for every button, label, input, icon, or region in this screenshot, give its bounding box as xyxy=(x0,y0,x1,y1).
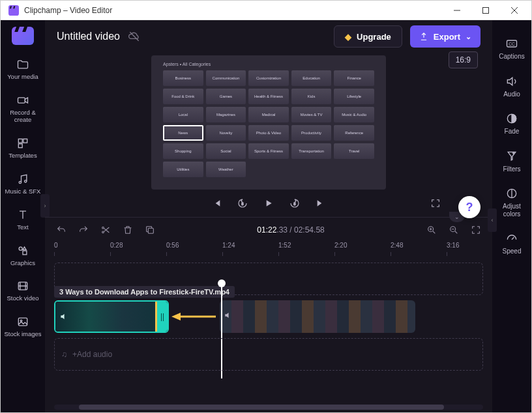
ruler-tick: 2:48 xyxy=(391,242,403,249)
split-button[interactable] xyxy=(98,223,113,237)
ruler-tick: 0:56 xyxy=(166,242,179,249)
ruler-tick: 0 xyxy=(54,242,58,249)
clip-trim-handle[interactable]: || xyxy=(157,302,168,332)
skip-start-button[interactable] xyxy=(208,195,225,212)
sidebar-item-label: Adjust colors xyxy=(494,203,529,218)
sidebar-item-adjust-colors[interactable]: Adjust colors xyxy=(494,182,529,223)
preview-category-tile: Food & Drink xyxy=(163,89,203,104)
right-panel-expand-handle[interactable]: ‹ xyxy=(488,208,497,232)
rewind-5s-button[interactable]: 5 xyxy=(234,195,251,212)
center-pane: Untitled video ◆ Upgrade Export ⌄ 16:9 A… xyxy=(45,20,492,412)
video-clip-a[interactable]: || xyxy=(54,300,169,333)
folder-icon xyxy=(16,58,29,71)
ruler-tick: 0:28 xyxy=(110,242,123,249)
track-row-audio[interactable]: ♫ + Add audio xyxy=(54,338,483,371)
text-icon xyxy=(16,208,29,221)
sidebar-item-stock-images[interactable]: Stock images xyxy=(3,310,42,343)
project-title[interactable]: Untitled video xyxy=(57,31,120,42)
sidebar-item-filters[interactable]: Filters xyxy=(494,145,529,178)
sidebar-item-label: Text xyxy=(17,224,28,231)
maximize-button[interactable] xyxy=(471,1,500,20)
play-button[interactable] xyxy=(260,195,277,212)
zoom-out-button[interactable] xyxy=(447,223,461,237)
clip-thumbnail xyxy=(220,300,415,333)
sidebar-item-label: Captions xyxy=(499,53,524,61)
sidebar-item-text[interactable]: Text xyxy=(3,203,42,236)
preview-category-tile: Productivity xyxy=(291,125,332,141)
sidebar-item-music-sfx[interactable]: Music & SFX xyxy=(3,167,42,201)
minimize-button[interactable] xyxy=(443,1,471,20)
sidebar-item-audio[interactable]: Audio xyxy=(494,70,529,104)
duplicate-button[interactable] xyxy=(143,223,157,237)
timeline-horizontal-scrollbar[interactable] xyxy=(54,405,483,410)
forward-5s-button[interactable]: 5 xyxy=(286,195,303,212)
sidebar-item-speed[interactable]: Speed xyxy=(494,227,529,261)
film-icon xyxy=(16,279,29,292)
skip-end-button[interactable] xyxy=(312,195,329,212)
cloud-off-icon[interactable] xyxy=(128,30,141,43)
export-label: Export xyxy=(434,32,460,42)
help-button[interactable]: ? xyxy=(458,196,480,218)
image-icon xyxy=(16,315,29,328)
svg-point-21 xyxy=(102,227,104,229)
preview-category-tile: Utilities xyxy=(163,162,203,177)
preview-category-tile: Health & Fitness xyxy=(248,89,289,104)
svg-point-11 xyxy=(19,181,21,183)
close-button[interactable] xyxy=(500,1,529,20)
volume-icon[interactable] xyxy=(59,312,68,321)
sidebar-item-label: Audio xyxy=(503,91,520,98)
svg-rect-23 xyxy=(148,228,153,233)
export-button[interactable]: Export ⌄ xyxy=(410,25,480,48)
upgrade-button[interactable]: ◆ Upgrade xyxy=(334,25,402,48)
svg-text:CC: CC xyxy=(509,42,515,46)
ruler-tick: 1:24 xyxy=(222,242,235,249)
sidebar-item-stock-video[interactable]: Stock video xyxy=(3,274,42,307)
timeline-ruler[interactable]: 00:280:561:241:522:202:483:16 xyxy=(45,242,492,259)
preview-category-tile: Reference xyxy=(334,125,374,141)
svg-point-12 xyxy=(25,180,27,182)
preview-category-tile: Weather xyxy=(206,162,246,177)
timecode-duration-ms: .58 xyxy=(314,225,325,235)
zoom-fit-button[interactable] xyxy=(469,223,483,237)
zoom-in-button[interactable] xyxy=(424,223,439,237)
fullscreen-button[interactable] xyxy=(427,195,444,212)
sidebar-item-graphics[interactable]: Graphics xyxy=(3,239,42,272)
speaker-icon xyxy=(505,75,518,88)
svg-rect-0 xyxy=(8,5,19,16)
ruler-tick: 1:52 xyxy=(278,242,291,249)
sidebar-item-record-create[interactable]: Record & create xyxy=(3,89,42,129)
preview-category-tile: Customization xyxy=(248,70,289,86)
video-clip-b[interactable] xyxy=(220,300,415,333)
upgrade-label: Upgrade xyxy=(357,32,391,42)
sidebar-item-your-media[interactable]: Your media xyxy=(3,53,42,86)
preview-category-tile: Transportation xyxy=(291,143,332,159)
aspect-ratio-button[interactable]: 16:9 xyxy=(449,51,478,68)
sidebar-item-label: Fade xyxy=(505,128,520,135)
titlebar: Clipchamp – Video Editor xyxy=(1,1,531,20)
sidebar-item-label: Music & SFX xyxy=(5,188,41,195)
sidebar-item-label: Graphics xyxy=(10,260,35,267)
app-header: Untitled video ◆ Upgrade Export ⌄ xyxy=(45,20,492,53)
redo-button[interactable] xyxy=(76,223,91,237)
fade-icon xyxy=(505,112,518,125)
sidebar-item-label: Filters xyxy=(503,165,520,173)
volume-icon[interactable] xyxy=(224,311,233,320)
delete-button[interactable] xyxy=(121,223,135,237)
sidebar-item-label: Templates xyxy=(8,152,37,160)
svg-rect-4 xyxy=(483,7,489,13)
undo-button[interactable] xyxy=(54,223,68,237)
graphics-icon xyxy=(16,244,29,257)
timecode-current-ms: .33 xyxy=(276,225,288,235)
scrollbar-thumb[interactable] xyxy=(79,405,444,410)
sidebar-item-fade[interactable]: Fade xyxy=(494,107,529,141)
sidebar-item-label: Speed xyxy=(503,248,522,255)
sidebar-item-templates[interactable]: Templates xyxy=(3,132,42,165)
player-controls: 5 5 ⌄ xyxy=(57,190,480,217)
sidebar-item-label: Stock video xyxy=(7,295,38,302)
preview-category-tile: Photo & Video xyxy=(248,125,289,141)
track-row-video[interactable]: 3 Ways to Download Apps to Firestick-Fir… xyxy=(54,300,483,333)
sidebar-item-captions[interactable]: CC Captions xyxy=(494,32,529,66)
video-preview[interactable]: Apsters • All Categories BusinessCommuni… xyxy=(151,55,386,190)
timecode-duration: 02:54 xyxy=(294,225,314,235)
speed-icon xyxy=(505,232,518,245)
